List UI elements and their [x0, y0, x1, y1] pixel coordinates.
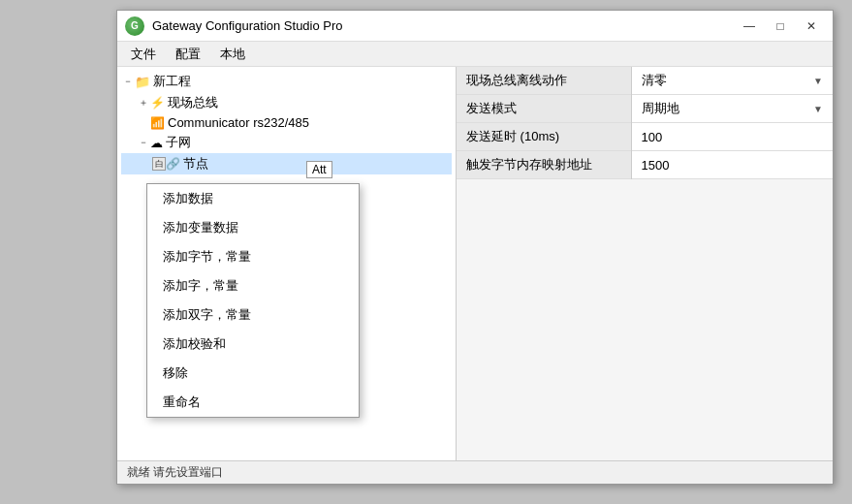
node-icon: 🔗: [166, 157, 180, 171]
menu-config[interactable]: 配置: [166, 42, 210, 66]
subnet-icon: ☁: [150, 136, 163, 150]
menu-file[interactable]: 文件: [121, 42, 166, 66]
tree-node-subnet[interactable]: － ☁ 子网: [121, 132, 452, 153]
dropdown-arrow-1[interactable]: ▼: [813, 104, 823, 114]
app-icon: G: [125, 16, 144, 36]
main-window: G Gateway Configuration Studio Pro — □ ✕…: [116, 10, 834, 485]
tree-panel[interactable]: － 📁 新工程 ＋ ⚡ 现场总线 📶 Communicator rs232/48…: [117, 67, 457, 460]
ctx-add-dword-const[interactable]: 添加双字，常量: [147, 300, 359, 330]
menubar: 文件 配置 本地: [117, 42, 833, 67]
expand-comm[interactable]: [137, 116, 150, 130]
node-label: 节点: [183, 155, 208, 173]
expand-node[interactable]: 白: [152, 157, 166, 171]
properties-panel: 现场总线离线动作清零▼发送模式周期地▼发送延时 (10ms)100触发字节内存映…: [457, 67, 833, 460]
titlebar: G Gateway Configuration Studio Pro — □ ✕: [117, 11, 833, 42]
props-label-3: 触发字节内存映射地址: [457, 151, 631, 179]
content-area: － 📁 新工程 ＋ ⚡ 现场总线 📶 Communicator rs232/48…: [117, 67, 833, 460]
fieldbus-icon: ⚡: [150, 96, 165, 110]
status-text: 就绪 请先设置端口: [127, 464, 223, 481]
ctx-add-byte-const[interactable]: 添加字节，常量: [147, 242, 359, 271]
ctx-remove[interactable]: 移除: [147, 359, 359, 388]
ctx-add-var-data[interactable]: 添加变量数据: [147, 213, 359, 242]
subnet-label: 子网: [166, 134, 191, 151]
ctx-add-checksum[interactable]: 添加校验和: [147, 330, 359, 359]
root-icon: 📁: [135, 75, 150, 89]
expand-subnet[interactable]: －: [137, 136, 150, 149]
fieldbus-label: 现场总线: [168, 94, 218, 111]
props-value-3: 1500: [631, 151, 833, 179]
props-label-0: 现场总线离线动作: [457, 67, 631, 95]
maximize-button[interactable]: □: [767, 16, 794, 36]
context-menu[interactable]: 添加数据 添加变量数据 添加字节，常量 添加字，常量 添加双字，常量 添加校验和…: [146, 183, 360, 418]
window-title: Gateway Configuration Studio Pro: [152, 18, 736, 33]
window-controls: — □ ✕: [736, 16, 825, 36]
props-row-2: 发送延时 (10ms)100: [457, 123, 833, 151]
props-value-0[interactable]: 清零▼: [631, 67, 833, 95]
props-row-0: 现场总线离线动作清零▼: [457, 67, 833, 95]
props-label-1: 发送模式: [457, 95, 631, 123]
tree-node-root[interactable]: － 📁 新工程: [121, 71, 452, 92]
props-row-1: 发送模式周期地▼: [457, 95, 833, 123]
props-label-2: 发送延时 (10ms): [457, 123, 631, 151]
ctx-add-data[interactable]: 添加数据: [147, 184, 359, 213]
props-value-1[interactable]: 周期地▼: [631, 95, 833, 123]
props-row-3: 触发字节内存映射地址1500: [457, 151, 833, 179]
statusbar: 就绪 请先设置端口: [117, 460, 833, 484]
ctx-rename[interactable]: 重命名: [147, 388, 359, 417]
comm-label: Communicator rs232/485: [168, 115, 309, 130]
dropdown-arrow-0[interactable]: ▼: [813, 76, 823, 86]
properties-table: 现场总线离线动作清零▼发送模式周期地▼发送延时 (10ms)100触发字节内存映…: [457, 67, 833, 179]
root-label: 新工程: [153, 73, 191, 90]
props-value-2: 100: [631, 123, 833, 151]
tree-node-fieldbus[interactable]: ＋ ⚡ 现场总线: [121, 92, 452, 113]
tree-node-node[interactable]: 白 🔗 节点: [121, 153, 452, 174]
tree-node-comm[interactable]: 📶 Communicator rs232/485: [121, 113, 452, 132]
tooltip-badge: Att: [306, 161, 332, 178]
minimize-button[interactable]: —: [736, 16, 763, 36]
menu-local[interactable]: 本地: [210, 42, 255, 66]
ctx-add-word-const[interactable]: 添加字，常量: [147, 271, 359, 300]
expand-fieldbus[interactable]: ＋: [137, 96, 150, 110]
comm-icon: 📶: [150, 116, 165, 130]
expand-root[interactable]: －: [121, 75, 135, 88]
close-button[interactable]: ✕: [798, 16, 825, 36]
